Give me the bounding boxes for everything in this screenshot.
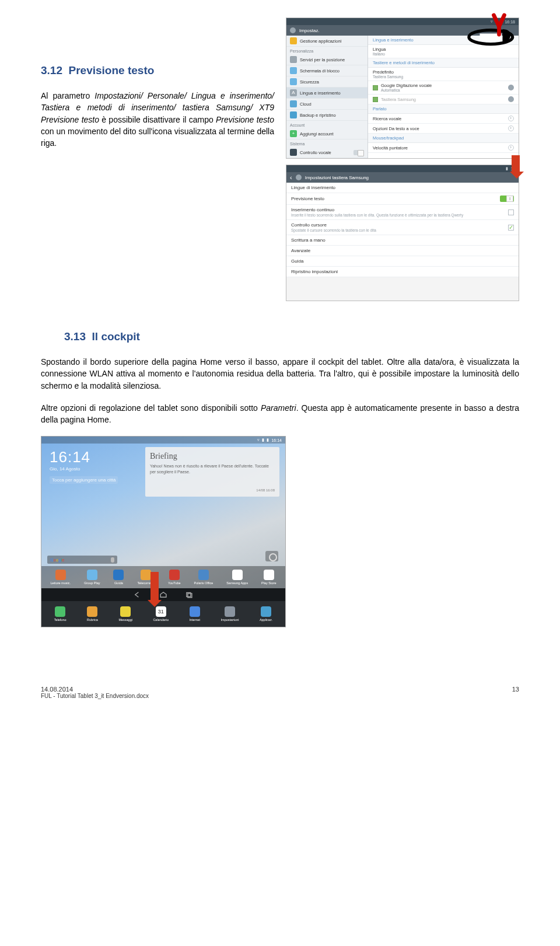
settings-icon bbox=[225, 606, 235, 617]
app-icon[interactable]: Applicaz. bbox=[260, 606, 272, 622]
checkbox-checked-icon[interactable] bbox=[508, 225, 514, 231]
annotation-arrow bbox=[148, 572, 162, 607]
google-logo: Google bbox=[50, 558, 64, 562]
voice-icon bbox=[290, 149, 297, 156]
app-icon[interactable]: YouTube bbox=[168, 570, 181, 585]
camera-icon[interactable] bbox=[265, 551, 278, 561]
status-time: 16:14 bbox=[271, 438, 282, 442]
gear-icon bbox=[290, 27, 296, 33]
back-icon[interactable]: ‹ bbox=[290, 174, 292, 181]
sidebar-item[interactable]: Gestione applicazioni bbox=[286, 36, 368, 47]
sidebar-item-language[interactable]: ALingua e inserimento bbox=[286, 88, 368, 99]
app-icon[interactable]: 31Calendario bbox=[153, 606, 169, 622]
add-icon: + bbox=[290, 130, 297, 137]
contacts-icon bbox=[87, 606, 97, 617]
polaris-icon bbox=[198, 570, 209, 580]
settings-row[interactable]: PredefinitoTastiera Samsung bbox=[368, 68, 519, 81]
sidebar-group: Sistema bbox=[286, 139, 368, 147]
app-icon[interactable]: Rubrica bbox=[87, 606, 98, 622]
settings-row[interactable]: Avanzate bbox=[286, 246, 519, 256]
briefing-title: Briefing bbox=[150, 452, 275, 461]
gear-icon[interactable] bbox=[508, 96, 514, 102]
settings-row[interactable]: Velocità puntatore bbox=[368, 143, 519, 153]
clock-city[interactable]: Tocca per aggiungere una città bbox=[50, 476, 118, 484]
nav-bar bbox=[41, 588, 285, 601]
settings-row[interactable]: Google Digitazione vocaleAutomatica bbox=[368, 81, 519, 95]
language-icon: A bbox=[290, 89, 297, 96]
app-icon[interactable]: Lettore music. bbox=[50, 570, 71, 585]
back-button[interactable] bbox=[134, 591, 142, 598]
toggle[interactable] bbox=[354, 150, 364, 155]
sidebar-item[interactable]: Schermata di blocco bbox=[286, 65, 368, 76]
settings-row[interactable]: Guida bbox=[286, 256, 519, 267]
samsungapps-icon bbox=[232, 570, 243, 580]
section-3-13-para2: Altre opzioni di regolazione del tablet … bbox=[41, 402, 519, 426]
settings-row[interactable]: LinguaItaliano bbox=[368, 45, 519, 58]
playstore-icon bbox=[264, 570, 274, 580]
settings-row[interactable]: Controllo cursoreSpostate il cursore sco… bbox=[286, 220, 519, 235]
sidebar-group: Personalizza bbox=[286, 47, 368, 54]
app-icon[interactable]: Samsung Apps bbox=[226, 570, 248, 585]
settings-content: Lingua e inserimento LinguaItaliano Tast… bbox=[368, 36, 519, 158]
category-header: Mouse/trackpad bbox=[368, 134, 519, 143]
music-icon bbox=[55, 570, 66, 580]
settings-row[interactable]: Scrittura a mano bbox=[286, 235, 519, 246]
youtube-icon bbox=[169, 570, 180, 580]
settings-row[interactable]: Opzioni Da testo a voce bbox=[368, 124, 519, 134]
sidebar-item[interactable]: Sicurezza bbox=[286, 76, 368, 88]
app-icon[interactable]: Impostazioni bbox=[221, 606, 239, 622]
app-icon[interactable]: Play Store bbox=[261, 570, 276, 585]
sidebar-item[interactable]: Cloud bbox=[286, 99, 368, 110]
checkbox-icon[interactable] bbox=[508, 210, 514, 215]
cloud-icon bbox=[290, 100, 297, 107]
internet-icon bbox=[190, 606, 200, 617]
chevron-icon bbox=[508, 125, 514, 131]
app-icon[interactable]: Internet bbox=[189, 606, 200, 622]
recent-button[interactable] bbox=[185, 591, 193, 598]
chevron-icon bbox=[508, 145, 514, 151]
backup-icon bbox=[290, 111, 297, 118]
footer-page-number: 13 bbox=[512, 686, 519, 699]
page-footer: 14.08.2014 FUL - Tutorial Tablet 3_it En… bbox=[41, 686, 519, 699]
apps-icon bbox=[261, 606, 271, 617]
checkbox-icon[interactable] bbox=[373, 85, 378, 90]
app-icon[interactable]: Telefono bbox=[54, 606, 66, 622]
section-3-12-title: 3.12 Previsione testo bbox=[41, 64, 274, 77]
category-header: Tastiere e metodi di inserimento bbox=[368, 58, 519, 68]
logo bbox=[467, 12, 519, 47]
guide-icon bbox=[113, 570, 124, 580]
screenshot-home: ▿ ▮ ▮ 16:14 16:14 Gio, 14 Agosto Tocca p… bbox=[41, 436, 286, 627]
app-dock-bottom: Telefono Rubrica Messaggi 31Calendario I… bbox=[41, 601, 285, 627]
security-icon bbox=[290, 78, 297, 85]
settings-row[interactable]: Tastiera Samsung bbox=[368, 95, 519, 104]
checkbox-icon[interactable] bbox=[373, 97, 378, 102]
google-search-bar[interactable]: Google bbox=[47, 556, 117, 564]
lock-icon bbox=[290, 67, 297, 74]
sidebar-item[interactable]: +Aggiungi account bbox=[286, 128, 368, 139]
category-header: Parlato bbox=[368, 104, 519, 114]
clock-widget[interactable]: 16:14 Gio, 14 Agosto Tocca per aggiunger… bbox=[50, 448, 118, 484]
settings-row[interactable]: Ricerca vocale bbox=[368, 114, 519, 124]
app-icon[interactable]: Guida bbox=[113, 570, 124, 585]
app-icon[interactable]: Polaris Office bbox=[194, 570, 214, 585]
settings-row[interactable]: Inserimento continuoInserite il testo sc… bbox=[286, 205, 519, 220]
signal-icon: ▮ bbox=[262, 438, 264, 442]
sidebar-group: Account bbox=[286, 121, 368, 128]
toggle-on[interactable] bbox=[500, 196, 514, 202]
briefing-footer: 14/08 16:08 bbox=[150, 488, 275, 492]
briefing-widget[interactable]: Briefing Yahoo! News non è riuscito a ri… bbox=[145, 447, 279, 496]
app-icon[interactable]: Group Play bbox=[84, 570, 100, 585]
sidebar-item[interactable]: Servizi per la posizione bbox=[286, 54, 368, 65]
gear-icon[interactable] bbox=[508, 85, 514, 90]
sidebar-item[interactable]: Backup e ripristino bbox=[286, 110, 368, 121]
mic-icon[interactable] bbox=[111, 557, 114, 563]
section-3-13-title: 3.13 Il cockpit bbox=[64, 330, 519, 343]
apps-icon bbox=[290, 37, 297, 44]
settings-row[interactable]: Ripristino impostazioni bbox=[286, 267, 519, 277]
settings-row[interactable]: Lingue di inserimento bbox=[286, 183, 519, 193]
settings-row-previsione-testo[interactable]: Previsione testo bbox=[286, 193, 519, 205]
sidebar-item[interactable]: Controllo vocale bbox=[286, 147, 368, 158]
app-icon[interactable]: Messaggi bbox=[118, 606, 132, 622]
status-bar: ▿ ▮ ▮ 16:14 bbox=[41, 437, 285, 444]
gear-icon bbox=[296, 174, 302, 180]
